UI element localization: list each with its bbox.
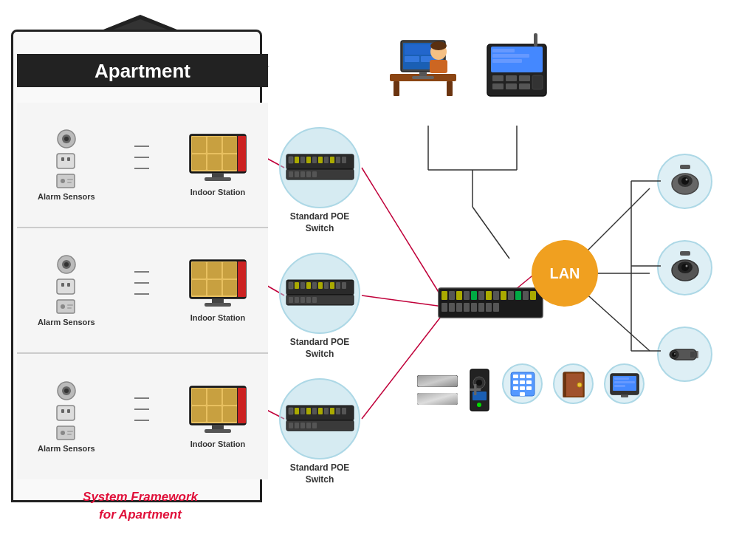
svg-rect-73 — [67, 431, 73, 432]
screen-svg — [609, 371, 640, 397]
svg-rect-88 — [205, 429, 231, 433]
poe-switch-svg-1 — [285, 153, 355, 182]
svg-point-197 — [685, 264, 687, 267]
svg-rect-188 — [680, 165, 690, 169]
svg-rect-128 — [312, 408, 317, 414]
svg-rect-56 — [192, 262, 206, 278]
svg-rect-26 — [67, 182, 72, 183]
svg-rect-84 — [207, 406, 221, 422]
svg-rect-155 — [492, 49, 515, 52]
svg-rect-63 — [212, 298, 224, 303]
sensor-small-icon — [55, 173, 76, 189]
svg-rect-119 — [295, 297, 299, 303]
svg-rect-215 — [526, 375, 532, 378]
keypad-svg — [509, 371, 536, 397]
svg-rect-172 — [478, 291, 484, 300]
svg-rect-23 — [57, 174, 75, 188]
svg-rect-213 — [513, 375, 518, 378]
svg-rect-121 — [306, 297, 311, 303]
svg-rect-83 — [192, 406, 206, 422]
svg-rect-176 — [508, 291, 514, 300]
network-switch-svg — [437, 287, 544, 320]
svg-rect-222 — [520, 392, 525, 396]
svg-rect-85 — [223, 406, 237, 422]
svg-point-24 — [61, 179, 65, 183]
svg-point-202 — [674, 353, 676, 355]
svg-rect-107 — [289, 282, 293, 289]
svg-rect-38 — [238, 136, 246, 171]
svg-line-10 — [472, 207, 509, 259]
svg-rect-35 — [192, 154, 206, 170]
poe-switch-group-1: Standard POESwitch — [279, 127, 360, 234]
svg-rect-173 — [486, 291, 492, 300]
svg-rect-219 — [513, 386, 518, 390]
svg-point-201 — [672, 352, 676, 357]
svg-rect-69 — [61, 409, 64, 413]
keypad-icon-circle — [502, 363, 543, 404]
svg-rect-109 — [300, 282, 305, 289]
svg-rect-231 — [614, 385, 625, 387]
svg-point-191 — [681, 177, 689, 185]
svg-rect-204 — [417, 375, 458, 387]
alarm-sensors-2: Alarm Sensors — [38, 254, 95, 327]
indoor-station-label-1: Indoor Station — [190, 188, 246, 196]
svg-rect-193 — [680, 251, 690, 256]
svg-rect-216 — [513, 380, 518, 384]
plus-sign: + — [469, 377, 482, 402]
framework-label: System Frameworkfor Apartment — [11, 488, 269, 524]
door-icon-circle — [553, 363, 594, 404]
sensor-outlet-icon-3 — [55, 404, 76, 422]
svg-rect-187 — [493, 303, 499, 312]
alarm-sensors-3: Alarm Sensors — [38, 380, 95, 453]
svg-rect-33 — [207, 137, 221, 153]
sensor-small-icon-3 — [55, 425, 76, 441]
indoor-station-monitor-2 — [188, 259, 247, 310]
svg-rect-130 — [324, 408, 329, 414]
svg-rect-21 — [61, 157, 64, 161]
apartment-title: Apartment — [17, 54, 268, 87]
svg-rect-226 — [563, 372, 566, 397]
sensor-outlet-icon — [55, 152, 76, 170]
svg-rect-169 — [456, 291, 462, 300]
wire-3 — [131, 387, 153, 431]
poe-switch-svg-3 — [285, 404, 355, 434]
svg-rect-214 — [520, 375, 525, 378]
poe-label-2: Standard POESwitch — [279, 337, 360, 360]
svg-rect-149 — [412, 76, 434, 79]
svg-rect-182 — [456, 303, 462, 312]
workstation-svg — [382, 22, 464, 103]
camera-circle-1 — [657, 154, 712, 209]
svg-rect-22 — [67, 157, 70, 161]
svg-rect-157 — [492, 59, 522, 63]
screen-icon-circle — [604, 363, 645, 404]
svg-rect-133 — [342, 408, 346, 414]
camera-sensor-icon-3 — [55, 380, 78, 401]
indoor-station-1: Indoor Station — [188, 133, 247, 196]
svg-point-225 — [577, 383, 582, 387]
svg-rect-152 — [430, 60, 447, 73]
svg-rect-45 — [61, 283, 64, 287]
svg-rect-156 — [492, 54, 529, 58]
svg-rect-122 — [312, 297, 317, 303]
svg-rect-97 — [330, 157, 334, 163]
svg-rect-102 — [295, 171, 299, 177]
camera-circle-2 — [657, 240, 712, 295]
svg-rect-36 — [207, 154, 221, 170]
door-svg — [560, 371, 587, 397]
svg-rect-115 — [336, 282, 340, 289]
svg-rect-44 — [57, 279, 75, 294]
svg-rect-171 — [471, 291, 477, 300]
camera-sensor-icon-2 — [55, 254, 78, 275]
svg-rect-86 — [238, 388, 246, 423]
svg-rect-165 — [532, 75, 543, 89]
svg-rect-124 — [289, 408, 293, 414]
svg-rect-46 — [67, 283, 70, 287]
svg-rect-129 — [318, 408, 323, 414]
indoor-station-label-3: Indoor Station — [190, 440, 246, 448]
svg-rect-99 — [342, 157, 346, 163]
bullet-camera-3 — [667, 336, 704, 373]
floor-row-2: Alarm Sensors — [17, 228, 268, 354]
indoor-station-3: Indoor Station — [188, 385, 247, 448]
svg-point-151 — [430, 41, 447, 50]
svg-rect-127 — [306, 408, 311, 414]
